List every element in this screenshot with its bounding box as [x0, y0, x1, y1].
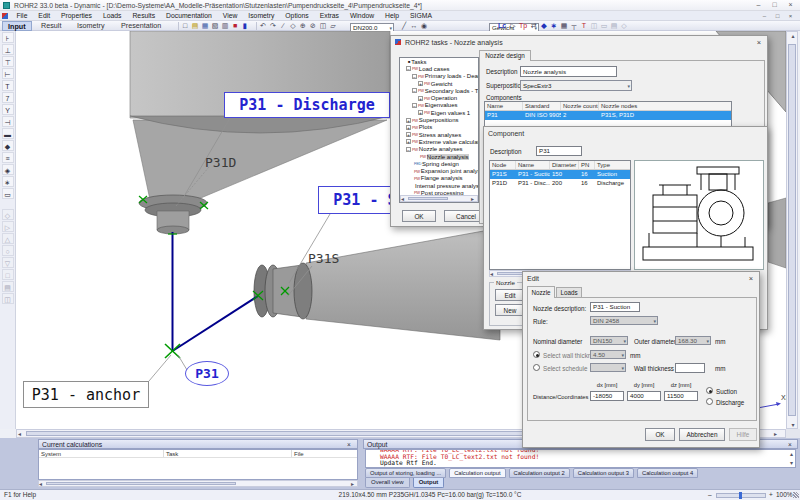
draw-icon[interactable]: ∕ — [278, 21, 288, 31]
tree-item-nozzle-analysis[interactable]: PWNozzle analysis — [400, 153, 478, 160]
copy-icon[interactable]: ◫ — [318, 21, 328, 31]
wall-thickness-input[interactable] — [675, 363, 705, 373]
discharge-radio[interactable] — [706, 398, 713, 405]
tab-overall-view[interactable]: Overall view — [365, 478, 410, 488]
zoom-slider-thumb[interactable] — [739, 492, 742, 499]
nozzle-tool-icon[interactable]: ◈ — [2, 164, 14, 175]
tree-item-flange-analysis[interactable]: PWFlange analysis — [400, 175, 478, 182]
tab-output-storing[interactable]: Output of storing, loading ... — [365, 468, 446, 478]
tab-output-view[interactable]: Output — [413, 478, 445, 488]
tree-item-internal-pressure[interactable]: Internal pressure analysis — [400, 182, 478, 189]
discharge-label-box[interactable]: P31 - Discharge — [224, 92, 390, 118]
column-diameter[interactable]: Diameter — [550, 161, 579, 169]
tree-item-load-cases[interactable]: −PWLoad cases — [400, 65, 478, 72]
tree-item-superpositions[interactable]: +PWSuperpositions — [400, 116, 478, 123]
column-task[interactable]: Task — [164, 450, 292, 457]
scroll-left-icon[interactable]: ◂ — [490, 270, 493, 278]
resize-grip-icon[interactable] — [793, 492, 799, 498]
print-icon[interactable]: ▧ — [210, 21, 220, 31]
dy-input[interactable]: 4000 — [627, 391, 661, 401]
redo-icon[interactable]: ↷ — [268, 21, 278, 31]
column-node[interactable]: Node — [490, 161, 516, 169]
hanger-tool-icon[interactable]: ⊤ — [2, 56, 14, 67]
guide-tool-icon[interactable]: ⊢ — [2, 68, 14, 79]
report-icon[interactable]: ■ — [230, 21, 240, 31]
scroll-left-icon[interactable]: ◂ — [39, 480, 42, 488]
tree-item-primary-loads[interactable]: −PWPrimary loads - Dead loa — [400, 73, 478, 80]
dimension-tool-icon[interactable]: ↔ — [409, 21, 419, 31]
tab-result[interactable]: Result — [36, 21, 66, 31]
zoom-out-icon[interactable]: – — [708, 490, 712, 500]
vertical-scroll-thumb[interactable] — [788, 44, 796, 416]
tree-item-gewicht[interactable]: +PWGewicht — [400, 80, 478, 87]
tee-tool-icon[interactable]: T — [2, 80, 14, 91]
tree-scrollbar[interactable]: ◂ ▸ — [400, 195, 478, 202]
table-icon[interactable]: ▦ — [559, 21, 569, 31]
delete-element-icon[interactable]: ⊘ — [308, 21, 318, 31]
tree-item-stress-analyses[interactable]: +PWStress analyses — [400, 131, 478, 138]
scroll-thumb[interactable] — [46, 482, 236, 485]
swap-icon[interactable]: ⇄ — [529, 21, 539, 31]
column-name[interactable]: Name — [516, 161, 550, 169]
tab-presentation[interactable]: Presentation — [116, 21, 166, 31]
node-label-p31s[interactable]: P31S — [308, 251, 339, 266]
run-icon[interactable]: ▷ — [508, 21, 518, 31]
scroll-left-icon[interactable]: ◂ — [401, 195, 404, 203]
close-icon[interactable]: × — [753, 37, 765, 48]
tab-calculation-output[interactable]: Calculation output — [449, 468, 505, 478]
column-name[interactable]: Name — [485, 102, 523, 110]
column-standard[interactable]: Standard — [523, 102, 561, 110]
close-icon[interactable]: × — [788, 440, 792, 449]
menu-options[interactable]: Options — [281, 11, 313, 21]
support-tool-icon[interactable]: ⊦ — [2, 32, 14, 43]
tab-calculation-output-3[interactable]: Calculation output 3 — [573, 468, 634, 478]
menu-loads[interactable]: Loads — [98, 11, 126, 21]
maximize-icon[interactable]: □ — [768, 0, 781, 10]
nozzle-row-p31d[interactable]: P31D P31 - Disc... 200 16 Discharge — [490, 179, 630, 188]
close-icon[interactable]: × — [784, 0, 797, 10]
description-input[interactable]: Nozzle analysis — [520, 66, 617, 77]
mdi-close-icon[interactable]: × — [784, 11, 797, 21]
tree-item-secondary-loads[interactable]: −PWSecondary loads - Therm — [400, 87, 478, 94]
load-case-icon[interactable]: Lc — [497, 21, 507, 31]
scroll-down-icon[interactable]: ▾ — [788, 459, 795, 467]
column-nozzle-count[interactable]: Nozzle count — [561, 102, 599, 110]
tab-nozzle[interactable]: Nozzle — [527, 286, 555, 298]
menu-results[interactable]: Results — [128, 11, 160, 21]
valve-tool-icon[interactable]: ▬ — [2, 128, 14, 139]
scroll-right-icon[interactable]: ▸ — [351, 480, 354, 488]
schedule-radio-label[interactable]: Select schedule — [543, 365, 587, 372]
wall-thickness-radio[interactable] — [533, 351, 540, 358]
line-tool-icon[interactable]: ╱ — [399, 21, 409, 31]
spring-tool-icon[interactable]: ≡ — [2, 152, 14, 163]
target-tool-icon[interactable]: ◉ — [419, 21, 429, 31]
tree-item-nozzle-analyses[interactable]: −PWNozzle analyses — [400, 146, 478, 153]
tree-item-plots[interactable]: +PWPlots — [400, 124, 478, 131]
paste-icon[interactable]: ▱ — [328, 21, 338, 31]
tree-item-spring-design[interactable]: FEDSpring design — [400, 160, 478, 167]
bend-tool-icon[interactable]: 7 — [2, 92, 14, 103]
scroll-thumb[interactable] — [408, 197, 448, 200]
dx-input[interactable]: -18050 — [590, 391, 624, 401]
tree-item-eigenvalues[interactable]: −PWEigenvalues — [400, 102, 478, 109]
save-icon[interactable]: ▦ — [200, 21, 210, 31]
calculations-scrollbar[interactable]: ◂ ▸ — [38, 480, 358, 487]
column-nozzle-nodes[interactable]: Nozzle nodes — [599, 102, 731, 110]
tree-item-extreme-value[interactable]: +PWExtreme value calculations — [400, 138, 478, 145]
cancel-button[interactable]: Abbrechen — [679, 428, 725, 441]
ok-button[interactable]: OK — [645, 428, 675, 441]
scroll-left-icon[interactable]: ◂ — [18, 430, 21, 438]
menu-view[interactable]: View — [218, 11, 242, 21]
tasks-dialog-titlebar[interactable]: ROHR2 tasks - Nozzle analysis — [391, 36, 767, 49]
superposition-combo[interactable]: SpecExtr3▾ — [520, 80, 632, 91]
scroll-right-icon[interactable]: ▸ — [471, 195, 474, 203]
column-file[interactable]: File — [292, 450, 357, 457]
support-icon[interactable]: ┬ — [569, 21, 579, 31]
tab-calculation-output-2[interactable]: Calculation output 2 — [509, 468, 570, 478]
new-file-icon[interactable]: □ — [180, 21, 190, 31]
pipe-suction-line[interactable] — [173, 296, 259, 351]
scroll-down-icon[interactable]: ▾ — [789, 421, 797, 429]
tab-nozzle-design[interactable]: Nozzle design — [479, 50, 531, 61]
anchor-label-box[interactable]: P31 - anchor — [23, 381, 149, 408]
scroll-right-icon[interactable]: ▸ — [774, 430, 777, 438]
